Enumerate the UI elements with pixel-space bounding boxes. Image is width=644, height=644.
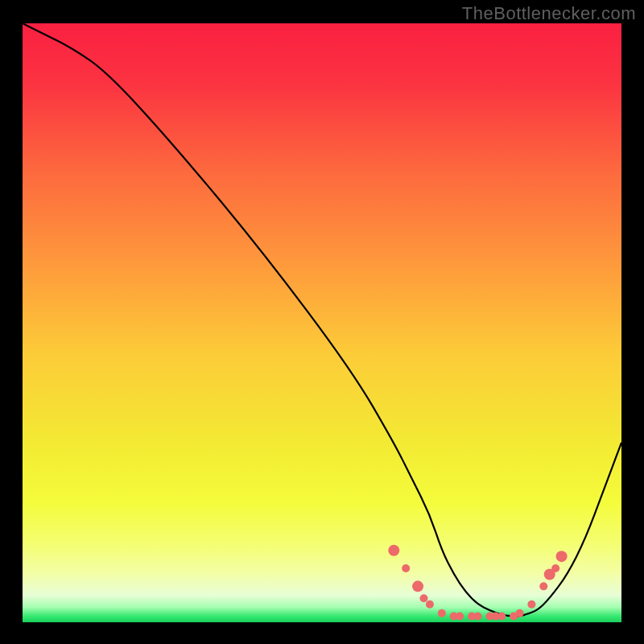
data-point [388, 545, 399, 556]
data-point [438, 609, 446, 617]
chart-background [23, 23, 621, 622]
data-point [556, 551, 568, 562]
watermark: TheBottlenecker.com [462, 3, 636, 24]
data-point [402, 564, 410, 572]
data-point [412, 580, 423, 592]
data-point [527, 601, 535, 609]
chart-frame: TheBottlenecker.com [0, 0, 644, 644]
data-point [539, 582, 547, 590]
data-point [551, 564, 559, 572]
data-point [456, 613, 464, 621]
data-point [426, 601, 434, 609]
plot-area [23, 23, 621, 622]
data-point [419, 594, 427, 602]
chart-svg [23, 23, 621, 622]
data-point [473, 613, 481, 621]
data-point [497, 613, 506, 621]
data-point [516, 609, 524, 617]
